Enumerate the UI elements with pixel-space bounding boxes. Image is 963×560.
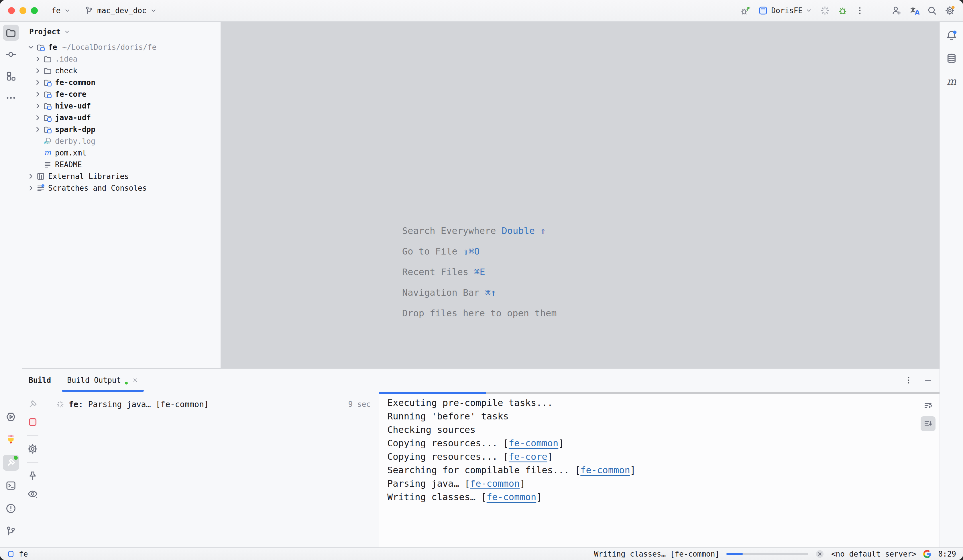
scroll-to-end-button[interactable] [921, 416, 935, 431]
console-text: ] [630, 465, 636, 476]
tree-item-label: fe-common [55, 78, 96, 87]
tool-button-structure[interactable] [3, 68, 19, 84]
build-toolbar-settings-gear-button[interactable] [25, 442, 40, 456]
console-line: Checking sources [387, 423, 940, 437]
chevron-right-icon[interactable] [26, 183, 36, 193]
tab-label: Build Output [67, 376, 121, 385]
status-module-widget[interactable]: fe [7, 550, 28, 558]
tool-button-more-horizontal[interactable] [3, 90, 19, 106]
traffic-lights [8, 7, 38, 14]
tree-item-label: Scratches and Consoles [48, 184, 147, 193]
chevron-right-icon[interactable] [33, 90, 42, 99]
translate-icon[interactable]: A [909, 5, 919, 16]
chevron-right-icon[interactable] [33, 125, 42, 134]
chevron-right-icon[interactable] [33, 113, 42, 122]
tree-item-pom.xml[interactable]: mpom.xml [22, 147, 220, 159]
more-actions-icon[interactable] [855, 6, 864, 15]
console-module-link[interactable]: fe-common [580, 465, 630, 476]
tree-item-fe-common[interactable]: fe-common [22, 76, 220, 88]
chevron-down-icon[interactable] [26, 43, 36, 52]
shortcut-keys: Double ⇧ [502, 225, 546, 236]
chevron-spacer [33, 160, 42, 169]
close-tab-icon[interactable] [132, 377, 139, 384]
tool-button-problems[interactable] [3, 500, 19, 516]
tree-item-fe-core[interactable]: fe-core [22, 88, 220, 100]
soft-wrap-button[interactable] [921, 398, 935, 413]
panel-options-icon[interactable] [904, 375, 913, 385]
console-module-link[interactable]: fe-core [509, 451, 547, 462]
tool-button-git-branch[interactable] [3, 523, 19, 539]
problems-icon [5, 503, 16, 514]
shortcut-hint: Search EverywhereDouble ⇧ [402, 220, 556, 241]
tree-item-spark-dpp[interactable]: spark-dpp [22, 123, 220, 135]
module-folder-icon [43, 78, 52, 87]
tree-item-check[interactable]: check [22, 65, 220, 76]
tool-button-build-hammer-active[interactable] [3, 455, 19, 471]
console-module-link[interactable]: fe-common [486, 492, 536, 502]
chevron-down-icon [64, 7, 71, 14]
build-toolbar-rebuild-hammer-button[interactable] [25, 397, 40, 412]
project-selector[interactable]: fe [52, 6, 71, 15]
status-module-name: fe [19, 550, 28, 558]
eye-icon [27, 488, 38, 499]
tree-item-derby.log[interactable]: LOGderby.log [22, 135, 220, 147]
tool-button-run-hexagon[interactable] [3, 409, 19, 425]
status-server[interactable]: <no default server> [831, 550, 916, 558]
google-icon[interactable] [923, 550, 931, 558]
tool-button-commit[interactable] [3, 46, 19, 62]
console-module-link[interactable]: fe-common [470, 478, 520, 489]
minimize-window-button[interactable] [19, 7, 26, 14]
console-module-link[interactable]: fe-common [509, 438, 558, 448]
project-panel-header[interactable]: Project [22, 22, 220, 36]
tool-button-project-folder[interactable] [3, 24, 19, 40]
profiler-icon[interactable] [740, 5, 751, 16]
tool-button-marker-plugin[interactable] [3, 432, 19, 448]
cancel-build-button[interactable] [815, 549, 824, 558]
tree-item-.idea[interactable]: .idea [22, 53, 220, 65]
chevron-right-icon[interactable] [33, 101, 42, 110]
tool-button-maven[interactable]: m [944, 73, 960, 89]
chevron-right-icon[interactable] [33, 78, 42, 87]
hide-panel-icon[interactable] [924, 375, 933, 385]
build-console-lines: Executing pre-compile tasks...Running 'b… [387, 396, 940, 504]
run-hexagon-icon [5, 411, 16, 422]
tree-item-fe[interactable]: fe~/LocalDoris/doris/fe [22, 41, 220, 53]
zoom-window-button[interactable] [31, 7, 38, 14]
chevron-right-icon[interactable] [26, 172, 36, 181]
tree-item-java-udf[interactable]: java-udf [22, 112, 220, 123]
console-text: Checking sources [387, 424, 475, 435]
debug-button[interactable] [838, 5, 848, 16]
search-icon[interactable] [927, 5, 937, 16]
tool-button-notifications[interactable] [944, 28, 960, 44]
chevron-right-icon[interactable] [33, 54, 42, 63]
build-console[interactable]: Executing pre-compile tasks...Running 'b… [379, 392, 940, 547]
left-strip-bottom [3, 409, 19, 541]
editor-area[interactable]: Search EverywhereDouble ⇧Go to File⇧⌘ORe… [221, 22, 940, 368]
svg-text:m: m [947, 76, 957, 87]
tab-build-output[interactable]: Build Output [60, 369, 146, 392]
build-toolbar-eye-button[interactable] [25, 486, 40, 501]
svg-text:LOG: LOG [44, 141, 50, 144]
tree-item-external-libraries[interactable]: External Libraries [22, 170, 220, 182]
run-config-icon [758, 5, 768, 16]
settings-gear-icon[interactable] [945, 5, 955, 16]
module-folder-icon [43, 113, 52, 122]
chevron-right-icon[interactable] [33, 66, 42, 75]
console-line: Running 'before' tasks [387, 410, 940, 423]
build-task-row[interactable]: fe: Parsing java… [fe-common] 9 sec [43, 397, 379, 411]
run-configuration-selector[interactable]: DorisFE [758, 5, 812, 16]
close-window-button[interactable] [8, 7, 15, 14]
build-toolbar-stop-button[interactable] [25, 414, 40, 429]
shortcut-keys: ⇧⌘O [463, 246, 480, 257]
run-in-progress-icon[interactable] [820, 5, 830, 16]
tree-item-hive-udf[interactable]: hive-udf [22, 100, 220, 112]
tool-button-terminal[interactable] [3, 477, 19, 494]
code-with-me-icon[interactable] [892, 5, 902, 16]
status-progress-text: Writing classes… [fe-common] [594, 550, 720, 558]
module-folder-icon [36, 43, 45, 52]
vcs-branch-selector[interactable]: mac_dev_doc [84, 6, 157, 15]
build-toolbar-pin-button[interactable] [25, 468, 40, 483]
tool-button-database[interactable] [944, 50, 960, 66]
tree-item-scratches-and-consoles[interactable]: Scratches and Consoles [22, 182, 220, 194]
tree-item-readme[interactable]: README [22, 159, 220, 170]
